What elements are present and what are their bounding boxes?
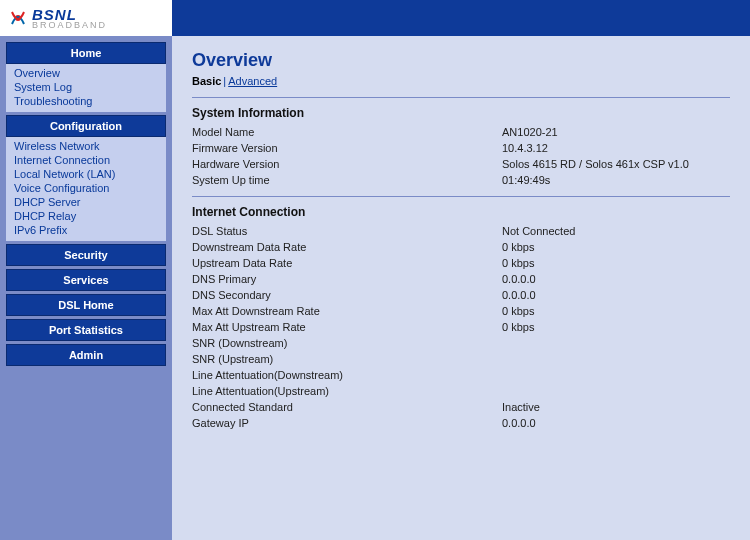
info-value <box>502 369 730 381</box>
info-row: Gateway IP0.0.0.0 <box>192 415 730 431</box>
system-information-title: System Information <box>192 106 730 120</box>
tab-basic[interactable]: Basic <box>192 75 221 87</box>
info-value: 0 kbps <box>502 241 730 253</box>
info-row: Hardware VersionSolos 4615 RD / Solos 46… <box>192 156 730 172</box>
nav-dhcp-server[interactable]: DHCP Server <box>14 195 158 209</box>
system-information-table: Model NameAN1020-21Firmware Version10.4.… <box>192 124 730 188</box>
info-label: Downstream Data Rate <box>192 241 502 253</box>
logo-subtitle: BROADBAND <box>32 21 107 30</box>
info-label: Max Att Upstream Rate <box>192 321 502 333</box>
info-value: 0 kbps <box>502 321 730 333</box>
info-label: Hardware Version <box>192 158 502 170</box>
internet-connection-title: Internet Connection <box>192 205 730 219</box>
info-value: Inactive <box>502 401 730 413</box>
info-label: DSL Status <box>192 225 502 237</box>
page-title: Overview <box>192 50 730 71</box>
nav-admin-header[interactable]: Admin <box>6 344 166 366</box>
info-label: DNS Secondary <box>192 289 502 301</box>
info-value: 0 kbps <box>502 305 730 317</box>
nav-wireless-network[interactable]: Wireless Network <box>14 139 158 153</box>
nav-port-statistics-header[interactable]: Port Statistics <box>6 319 166 341</box>
info-row: Line Attentuation(Downstream) <box>192 367 730 383</box>
nav-voice-configuration[interactable]: Voice Configuration <box>14 181 158 195</box>
info-value: 01:49:49s <box>502 174 730 186</box>
info-row: SNR (Upstream) <box>192 351 730 367</box>
header: BSNL BROADBAND <box>0 0 750 36</box>
info-label: DNS Primary <box>192 273 502 285</box>
info-row: Upstream Data Rate0 kbps <box>192 255 730 271</box>
nav-overview[interactable]: Overview <box>14 66 158 80</box>
tab-separator: | <box>223 75 226 87</box>
info-value: 0.0.0.0 <box>502 289 730 301</box>
nav-services-header[interactable]: Services <box>6 269 166 291</box>
header-bar <box>172 0 750 36</box>
info-row: DNS Secondary0.0.0.0 <box>192 287 730 303</box>
info-value: 0.0.0.0 <box>502 273 730 285</box>
info-label: Upstream Data Rate <box>192 257 502 269</box>
info-value <box>502 385 730 397</box>
logo: BSNL BROADBAND <box>0 0 172 36</box>
info-row: Max Att Upstream Rate0 kbps <box>192 319 730 335</box>
info-label: Line Attentuation(Downstream) <box>192 369 502 381</box>
nav-system-log[interactable]: System Log <box>14 80 158 94</box>
info-row: DNS Primary0.0.0.0 <box>192 271 730 287</box>
nav-ipv6-prefix[interactable]: IPv6 Prefix <box>14 223 158 237</box>
info-value: Not Connected <box>502 225 730 237</box>
nav-dsl-home-header[interactable]: DSL Home <box>6 294 166 316</box>
info-label: System Up time <box>192 174 502 186</box>
info-row: Model NameAN1020-21 <box>192 124 730 140</box>
nav-internet-connection[interactable]: Internet Connection <box>14 153 158 167</box>
nav-local-network[interactable]: Local Network (LAN) <box>14 167 158 181</box>
info-value: 0.0.0.0 <box>502 417 730 429</box>
info-label: Max Att Downstream Rate <box>192 305 502 317</box>
info-label: Model Name <box>192 126 502 138</box>
nav-dhcp-relay[interactable]: DHCP Relay <box>14 209 158 223</box>
info-value: AN1020-21 <box>502 126 730 138</box>
info-label: Gateway IP <box>192 417 502 429</box>
bsnl-logo-icon <box>8 8 28 28</box>
info-row: SNR (Downstream) <box>192 335 730 351</box>
info-row: Firmware Version10.4.3.12 <box>192 140 730 156</box>
internet-connection-table: DSL StatusNot ConnectedDownstream Data R… <box>192 223 730 431</box>
info-row: Line Attentuation(Upstream) <box>192 383 730 399</box>
info-row: DSL StatusNot Connected <box>192 223 730 239</box>
divider <box>192 97 730 98</box>
divider <box>192 196 730 197</box>
nav-security-header[interactable]: Security <box>6 244 166 266</box>
info-label: SNR (Upstream) <box>192 353 502 365</box>
info-value: 0 kbps <box>502 257 730 269</box>
tab-advanced[interactable]: Advanced <box>228 75 277 87</box>
sidebar: Home Overview System Log Troubleshooting… <box>0 36 172 540</box>
info-row: Downstream Data Rate0 kbps <box>192 239 730 255</box>
info-label: Connected Standard <box>192 401 502 413</box>
tabs: Basic|Advanced <box>192 75 730 87</box>
info-row: Connected StandardInactive <box>192 399 730 415</box>
info-row: Max Att Downstream Rate0 kbps <box>192 303 730 319</box>
nav-troubleshooting[interactable]: Troubleshooting <box>14 94 158 108</box>
info-value: Solos 4615 RD / Solos 461x CSP v1.0 <box>502 158 730 170</box>
info-value <box>502 353 730 365</box>
info-value: 10.4.3.12 <box>502 142 730 154</box>
info-label: SNR (Downstream) <box>192 337 502 349</box>
info-row: System Up time01:49:49s <box>192 172 730 188</box>
info-label: Firmware Version <box>192 142 502 154</box>
info-label: Line Attentuation(Upstream) <box>192 385 502 397</box>
content: Overview Basic|Advanced System Informati… <box>172 36 750 540</box>
info-value <box>502 337 730 349</box>
nav-configuration-header[interactable]: Configuration <box>6 115 166 137</box>
nav-home-header[interactable]: Home <box>6 42 166 64</box>
